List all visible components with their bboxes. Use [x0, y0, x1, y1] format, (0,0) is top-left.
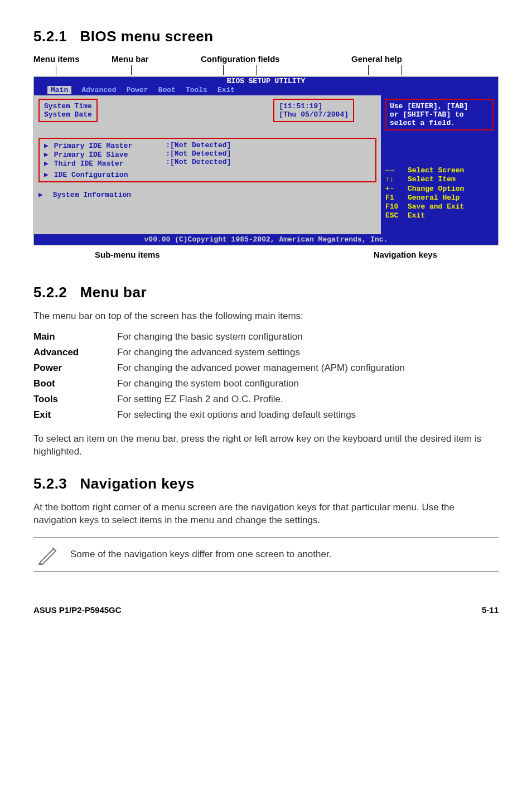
def-row: ExitFor selecting the exit options and l…: [33, 407, 499, 423]
nav-action: Save and Exit: [408, 202, 464, 211]
menubar-definitions: MainFor changing the basic system config…: [33, 329, 499, 423]
def-desc: For changing the system boot configurati…: [117, 376, 499, 392]
menubar-outro: To select an item on the menu bar, press…: [33, 433, 499, 458]
submenu-value: :[Not Detected]: [166, 149, 231, 158]
help-line: Use [ENTER], [TAB]: [390, 102, 489, 110]
def-term: Main: [33, 329, 117, 345]
tab-tools[interactable]: Tools: [186, 86, 207, 94]
submenu-value: :[Not Detected]: [166, 158, 231, 166]
submenu-row[interactable]: ▶Primary IDE Slave: [44, 150, 132, 159]
def-term: Tools: [33, 392, 117, 407]
triangle-icon: ▶: [44, 171, 49, 179]
footer-left: ASUS P1/P2-P5945GC: [33, 605, 122, 615]
nav-action: Select Screen: [408, 166, 464, 175]
def-row: ToolsFor setting EZ Flash 2 and O.C. Pro…: [33, 392, 499, 407]
heading-text: BIOS menu screen: [80, 28, 214, 45]
note-text: Some of the navigation keys differ from …: [70, 548, 331, 561]
tab-advanced[interactable]: Advanced: [81, 86, 116, 94]
triangle-icon: ▶: [44, 160, 49, 168]
nav-key: ↑↓: [385, 175, 408, 184]
nav-action: Select Item: [408, 175, 456, 183]
note-box: Some of the navigation keys differ from …: [33, 537, 499, 572]
tick: [56, 65, 56, 75]
nav-key: ←→: [385, 166, 408, 175]
tab-main[interactable]: Main: [47, 86, 71, 94]
heading-521: 5.2.1 BIOS menu screen: [33, 28, 499, 45]
tab-boot[interactable]: Boot: [158, 86, 176, 94]
system-time-value[interactable]: [11:51:19]: [279, 102, 349, 110]
bios-left-panel: System Time System Date [11:51:19] [Thu …: [34, 95, 381, 234]
general-help-box: Use [ENTER], [TAB] or [SHIFT-TAB] to sel…: [385, 99, 494, 131]
def-term: Boot: [33, 376, 117, 392]
help-line: or [SHIFT-TAB] to: [390, 110, 489, 119]
tick: [223, 65, 224, 75]
system-date-label[interactable]: System Date: [44, 110, 92, 119]
label-menu-bar: Menu bar: [112, 54, 149, 64]
tick: [257, 65, 257, 75]
menubar-intro: The menu bar on top of the screen has th…: [33, 310, 499, 323]
bios-right-panel: Use [ENTER], [TAB] or [SHIFT-TAB] to sel…: [381, 95, 498, 234]
submenu-row[interactable]: ▶ System Information: [38, 190, 376, 199]
triangle-icon: ▶: [44, 142, 49, 150]
heading-523: 5.2.3 Navigation keys: [33, 475, 499, 492]
nav-action: General Help: [408, 194, 460, 202]
nav-key: F10: [385, 202, 408, 211]
bottom-label-row: Sub-menu items Navigation keys: [33, 250, 499, 259]
def-term: Advanced: [33, 345, 117, 360]
submenu-row[interactable]: ▶Primary IDE Master: [44, 141, 132, 150]
submenu-label: Primary IDE Master: [54, 142, 132, 150]
navigation-keys-box: ←→Select Screen ↑↓Select Item +-Change O…: [385, 166, 494, 221]
heading-522: 5.2.2 Menu bar: [33, 284, 499, 301]
heading-text: Menu bar: [80, 284, 147, 301]
def-row: BootFor changing the system boot configu…: [33, 376, 499, 392]
submenu-row[interactable]: ▶IDE Configuration: [44, 170, 132, 179]
pencil-icon: [37, 543, 59, 566]
tick: [402, 65, 402, 75]
submenu-label: IDE Configuration: [54, 171, 128, 179]
label-config-fields: Configuration fields: [201, 54, 280, 64]
def-desc: For changing the advanced power manageme…: [117, 360, 499, 376]
triangle-icon: ▶: [38, 191, 43, 199]
def-desc: For setting EZ Flash 2 and O.C. Profile.: [117, 392, 499, 407]
nav-key: F1: [385, 194, 408, 202]
system-information-label: System Information: [53, 191, 131, 199]
nav-action: Change Option: [408, 185, 464, 193]
def-row: AdvancedFor changing the advanced system…: [33, 345, 499, 360]
def-desc: For changing the advanced system setting…: [117, 345, 499, 360]
footer-right: 5-11: [482, 605, 499, 615]
bios-copyright: v00.00 (C)Copyright 1985-2002, American …: [34, 234, 498, 245]
nav-action: Exit: [408, 211, 425, 220]
triangle-icon: ▶: [44, 151, 49, 159]
label-menu-items: Menu items: [33, 54, 80, 64]
submenu-items-box: ▶Primary IDE Master ▶Primary IDE Slave ▶…: [38, 138, 376, 182]
config-fields-box: [11:51:19] [Thu 05/07/2004]: [273, 99, 354, 122]
system-time-label[interactable]: System Time: [44, 102, 92, 110]
bios-menubar: BIOS SETUP UTILITY Main Advanced Power B…: [34, 77, 498, 95]
menu-items-box: System Time System Date: [38, 99, 98, 122]
bios-screenshot: BIOS SETUP UTILITY Main Advanced Power B…: [33, 76, 499, 245]
label-submenu-items: Sub-menu items: [95, 250, 160, 259]
tab-exit[interactable]: Exit: [217, 86, 235, 94]
help-line: select a field.: [390, 119, 489, 127]
label-navigation-keys: Navigation keys: [374, 250, 437, 259]
top-label-row: Menu items Menu bar Configuration fields…: [33, 54, 499, 66]
heading-num: 5.2.3: [33, 475, 67, 492]
submenu-value: :[Not Detected]: [166, 141, 231, 149]
def-row: MainFor changing the basic system config…: [33, 329, 499, 345]
heading-num: 5.2.2: [33, 284, 67, 301]
page-footer: ASUS P1/P2-P5945GC 5-11: [33, 605, 499, 615]
submenu-row[interactable]: ▶Third IDE Master: [44, 159, 132, 168]
submenu-label: Primary IDE Slave: [54, 151, 128, 159]
submenu-label: Third IDE Master: [54, 160, 124, 168]
system-date-value[interactable]: [Thu 05/07/2004]: [279, 110, 349, 119]
navkeys-body: At the bottom right corner of a menu scr…: [33, 501, 499, 527]
def-row: PowerFor changing the advanced power man…: [33, 360, 499, 376]
nav-key: +-: [385, 185, 408, 194]
def-term: Power: [33, 360, 117, 376]
tab-power[interactable]: Power: [127, 86, 148, 94]
heading-num: 5.2.1: [33, 28, 67, 45]
tick: [368, 65, 369, 75]
def-desc: For selecting the exit options and loadi…: [117, 407, 499, 423]
nav-key: ESC: [385, 211, 408, 220]
tick: [131, 65, 132, 75]
